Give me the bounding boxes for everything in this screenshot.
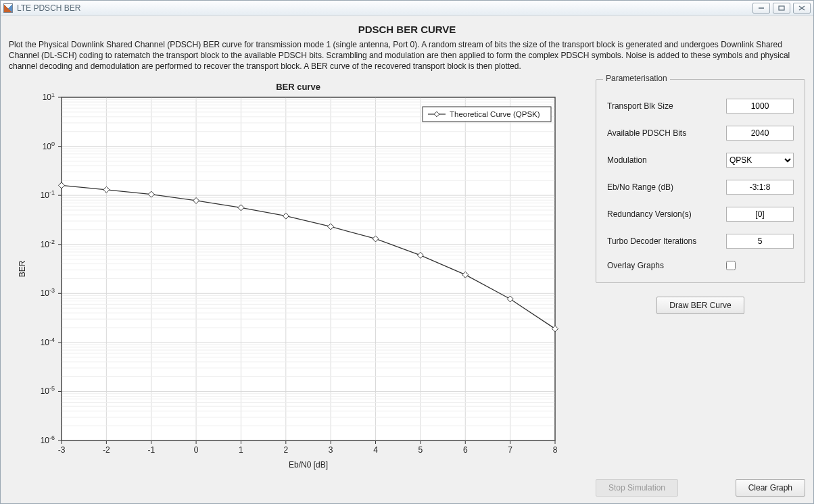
parameterisation-fieldset: Parameterisation Transport Blk Size Avai… bbox=[596, 79, 805, 283]
label-redundancy-versions: Redundancy Version(s) bbox=[607, 209, 726, 219]
input-transport-blk-size[interactable] bbox=[726, 99, 794, 114]
x-tick-label: 5 bbox=[418, 445, 423, 455]
app-window: LTE PDSCH BER PDSCH BER CURVE Plot the P… bbox=[0, 0, 814, 504]
y-tick-label: 10-4 bbox=[41, 336, 55, 347]
input-available-pdsch-bits[interactable] bbox=[726, 126, 794, 141]
x-axis-label: Eb/N0 [dB] bbox=[289, 460, 328, 470]
x-tick-label: 6 bbox=[463, 445, 468, 455]
x-tick-label: 7 bbox=[508, 445, 512, 455]
x-tick-label: 4 bbox=[373, 445, 378, 455]
label-available-pdsch-bits: Available PDSCH Bits bbox=[607, 128, 726, 138]
draw-ber-curve-button[interactable]: Draw BER Curve bbox=[656, 297, 744, 314]
fieldset-legend: Parameterisation bbox=[603, 74, 670, 83]
label-ebno-range: Eb/No Range (dB) bbox=[607, 182, 726, 192]
y-tick-label: 100 bbox=[43, 140, 55, 151]
label-transport-blk-size: Transport Blk Size bbox=[607, 101, 726, 111]
x-tick-label: 8 bbox=[553, 445, 558, 455]
titlebar: LTE PDSCH BER bbox=[1, 1, 813, 16]
y-axis-label: BER bbox=[18, 260, 27, 277]
param-transport-blk-size: Transport Blk Size bbox=[607, 99, 794, 114]
x-tick-label: 2 bbox=[283, 445, 288, 455]
param-modulation: Modulation QPSK bbox=[607, 153, 794, 168]
select-modulation[interactable]: QPSK bbox=[726, 153, 794, 168]
y-tick-label: 10-1 bbox=[41, 189, 55, 200]
legend-entry: Theoretical Curve (QPSK) bbox=[450, 110, 540, 118]
window-title: LTE PDSCH BER bbox=[17, 3, 80, 13]
label-turbo-iter: Turbo Decoder Iterations bbox=[607, 236, 726, 246]
y-tick-label: 101 bbox=[43, 93, 55, 102]
chart-panel: BER curve -3-2-101234567810-610-510-410-… bbox=[9, 79, 588, 497]
page-description: Plot the Physical Downlink Shared Channe… bbox=[9, 39, 805, 72]
x-tick-label: -2 bbox=[103, 445, 110, 455]
param-ebno-range: Eb/No Range (dB) bbox=[607, 180, 794, 195]
label-modulation: Modulation bbox=[607, 155, 726, 165]
x-tick-label: -1 bbox=[147, 445, 155, 455]
param-turbo-iter: Turbo Decoder Iterations bbox=[607, 234, 794, 249]
clear-graph-button[interactable]: Clear Graph bbox=[736, 479, 805, 497]
input-turbo-iter[interactable] bbox=[726, 234, 794, 249]
input-redundancy-versions[interactable] bbox=[726, 207, 794, 222]
y-tick-label: 10-3 bbox=[41, 287, 55, 298]
maximize-button[interactable] bbox=[773, 3, 790, 14]
y-tick-label: 10-6 bbox=[41, 434, 55, 445]
param-available-pdsch-bits: Available PDSCH Bits bbox=[607, 126, 794, 141]
label-overlay-graphs: Overlay Graphs bbox=[607, 261, 726, 270]
chart-title: BER curve bbox=[13, 82, 583, 92]
x-tick-label: -3 bbox=[58, 445, 66, 455]
side-column: Parameterisation Transport Blk Size Avai… bbox=[596, 79, 805, 497]
param-redundancy-versions: Redundancy Version(s) bbox=[607, 207, 794, 222]
svg-rect-1 bbox=[779, 6, 784, 10]
stop-simulation-button[interactable]: Stop Simulation bbox=[596, 479, 678, 497]
param-overlay-graphs: Overlay Graphs bbox=[607, 261, 794, 270]
y-tick-label: 10-5 bbox=[41, 385, 55, 396]
page-title: PDSCH BER CURVE bbox=[9, 24, 805, 35]
close-button[interactable] bbox=[793, 3, 811, 14]
x-tick-label: 0 bbox=[194, 445, 199, 455]
x-tick-label: 3 bbox=[329, 445, 333, 455]
checkbox-overlay-graphs[interactable] bbox=[726, 261, 736, 270]
x-tick-label: 1 bbox=[239, 445, 243, 455]
app-icon bbox=[3, 3, 13, 13]
input-ebno-range[interactable] bbox=[726, 180, 794, 195]
y-tick-label: 10-2 bbox=[41, 238, 55, 249]
minimize-button[interactable] bbox=[752, 3, 770, 14]
ber-chart: -3-2-101234567810-610-510-410-310-210-11… bbox=[13, 93, 567, 472]
